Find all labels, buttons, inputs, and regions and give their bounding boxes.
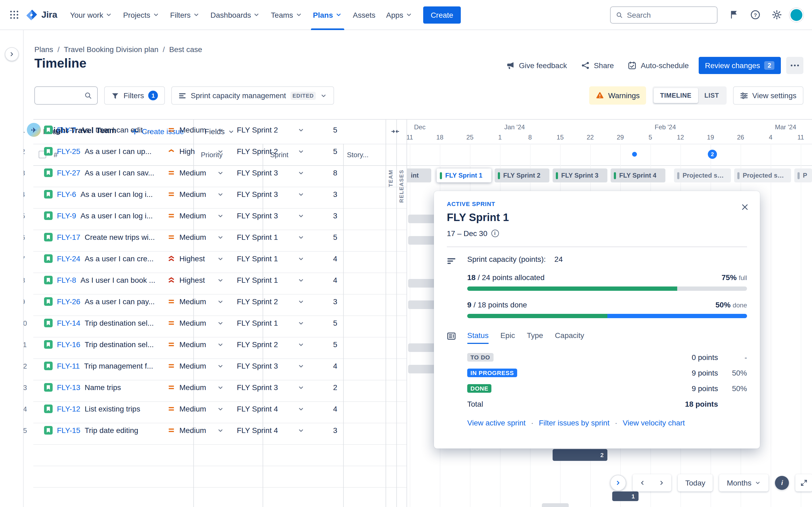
issue-row[interactable]: 1FLY-7As I user I can edit ...MediumFLY …: [0, 119, 352, 140]
sprint-select[interactable]: FLY Sprint 3: [229, 383, 310, 392]
issue-key-link[interactable]: FLY-26: [57, 297, 80, 306]
sprint-bar[interactable]: Projected spr...: [674, 168, 731, 182]
timeline-issue-bar[interactable]: 2: [553, 449, 607, 461]
create-button[interactable]: Create: [423, 6, 461, 23]
sprint-select[interactable]: FLY Sprint 3: [229, 361, 310, 370]
nav-item-projects[interactable]: Projects: [118, 0, 165, 30]
nav-item-teams[interactable]: Teams: [265, 0, 307, 30]
issue-key-link[interactable]: FLY-11: [57, 361, 80, 370]
issue-row[interactable]: 11FLY-16Trip destination sel...MediumFLY…: [0, 334, 352, 355]
zoom-select[interactable]: Months: [719, 474, 769, 492]
issue-row[interactable]: 7FLY-24As a user I can cre...HighestFLY …: [0, 248, 352, 269]
plan-search-input[interactable]: [40, 91, 83, 100]
story-points-value[interactable]: 3: [310, 426, 352, 435]
issue-row[interactable]: 2FLY-25As a user I can up...HighFLY Spri…: [0, 140, 352, 162]
sprint-bar[interactable]: FLY Sprint 3: [553, 168, 607, 182]
close-icon[interactable]: [738, 200, 752, 215]
priority-select[interactable]: Medium: [160, 319, 229, 327]
priority-select[interactable]: Medium: [160, 297, 229, 306]
info-icon[interactable]: i: [491, 230, 499, 237]
sprint-select[interactable]: FLY Sprint 1: [229, 233, 310, 241]
nav-item-apps[interactable]: Apps: [381, 0, 418, 30]
timeline-issue-bar[interactable]: [542, 503, 569, 507]
nav-item-dashboards[interactable]: Dashboards: [205, 0, 265, 30]
flag-icon[interactable]: [725, 6, 742, 23]
sprint-select[interactable]: FLY Sprint 3: [229, 168, 310, 177]
sprint-select[interactable]: FLY Sprint 4: [229, 426, 310, 435]
timeline-issue-bar[interactable]: 1: [612, 492, 639, 501]
breadcrumb-link[interactable]: Plans: [34, 45, 53, 54]
app-switcher-icon[interactable]: [5, 6, 22, 23]
priority-select[interactable]: Medium: [160, 361, 229, 370]
issue-row[interactable]: 15FLY-15Trip date editingMediumFLY Sprin…: [0, 419, 352, 441]
issue-key-link[interactable]: FLY-17: [57, 233, 80, 241]
priority-select[interactable]: Medium: [160, 426, 229, 435]
jira-logo[interactable]: Jira: [22, 9, 65, 21]
story-points-value[interactable]: 2: [310, 383, 352, 392]
story-points-value[interactable]: 8: [310, 168, 352, 177]
more-options-button[interactable]: [786, 57, 803, 74]
sprint-select[interactable]: FLY Sprint 3: [229, 190, 310, 199]
issue-key-link[interactable]: FLY-8: [57, 276, 76, 284]
nav-item-plans[interactable]: Plans: [307, 0, 348, 30]
story-points-value[interactable]: 4: [310, 276, 352, 284]
issue-key-link[interactable]: FLY-12: [57, 404, 80, 413]
story-points-value[interactable]: 3: [310, 211, 352, 220]
priority-select[interactable]: Highest: [160, 276, 229, 284]
story-points-value[interactable]: 4: [310, 404, 352, 413]
issue-row[interactable]: 10FLY-14Trip destination sel...MediumFLY…: [0, 312, 352, 334]
priority-select[interactable]: Medium: [160, 211, 229, 220]
tab-type[interactable]: Type: [527, 331, 543, 344]
settings-gear-icon[interactable]: [768, 6, 785, 23]
tab-epic[interactable]: Epic: [500, 331, 515, 344]
sprint-select[interactable]: FLY Sprint 2: [229, 297, 310, 306]
info-button[interactable]: i: [775, 476, 789, 490]
popup-link[interactable]: View velocity chart: [623, 418, 685, 427]
sprint-select[interactable]: FLY Sprint 1: [229, 276, 310, 284]
issue-key-link[interactable]: FLY-24: [57, 254, 80, 263]
priority-select[interactable]: High: [160, 147, 229, 156]
plan-search[interactable]: [34, 87, 98, 105]
breadcrumb-link[interactable]: Best case: [169, 45, 202, 54]
priority-select[interactable]: Medium: [160, 404, 229, 413]
global-search[interactable]: [610, 6, 717, 23]
priority-select[interactable]: Highest: [160, 254, 229, 263]
nav-item-your-work[interactable]: Your work: [65, 0, 118, 30]
priority-select[interactable]: Medium: [160, 190, 229, 199]
sprint-select[interactable]: FLY Sprint 1: [229, 254, 310, 263]
expand-panel-button[interactable]: [610, 475, 626, 491]
give-feedback-button[interactable]: Give feedback: [502, 57, 571, 74]
issue-key-link[interactable]: FLY-7: [57, 125, 76, 134]
nav-item-filters[interactable]: Filters: [165, 0, 205, 30]
issue-row[interactable]: 5FLY-9As a user I can log i...MediumFLY …: [0, 205, 352, 226]
issue-row[interactable]: 12FLY-11Trip management f...MediumFLY Sp…: [0, 355, 352, 377]
search-input[interactable]: [627, 10, 712, 19]
story-points-value[interactable]: 4: [310, 361, 352, 370]
today-button[interactable]: Today: [678, 474, 713, 492]
sidebar-expand-button[interactable]: [5, 47, 18, 61]
issue-key-link[interactable]: FLY-15: [57, 426, 80, 435]
popup-link[interactable]: View active sprint: [467, 418, 525, 427]
issue-key-link[interactable]: FLY-13: [57, 383, 80, 392]
sprint-bar[interactable]: FLY Sprint 4: [611, 168, 665, 182]
issue-row[interactable]: 14FLY-12List existing tripsMediumFLY Spr…: [0, 398, 352, 419]
issue-key-link[interactable]: FLY-25: [57, 147, 80, 156]
story-points-value[interactable]: 5: [310, 319, 352, 327]
issue-key-link[interactable]: FLY-14: [57, 319, 80, 327]
share-button[interactable]: Share: [576, 57, 618, 74]
sprint-bar[interactable]: Projected spr...: [734, 168, 791, 182]
issue-row[interactable]: 4FLY-6As a user I can log i...MediumFLY …: [0, 183, 352, 205]
sprint-select[interactable]: FLY Sprint 2: [229, 340, 310, 349]
story-points-value[interactable]: 4: [310, 254, 352, 263]
priority-select[interactable]: Medium: [160, 383, 229, 392]
breadcrumb-link[interactable]: Travel Booking Division plan: [64, 45, 158, 54]
sprint-select[interactable]: FLY Sprint 3: [229, 211, 310, 220]
release-milestone[interactable]: [632, 152, 637, 157]
story-points-value[interactable]: 5: [310, 233, 352, 241]
popup-link[interactable]: Filter issues by sprint: [539, 418, 610, 427]
sprint-select[interactable]: FLY Sprint 2: [229, 125, 310, 134]
priority-select[interactable]: Medium: [160, 125, 229, 134]
issue-row[interactable]: 3FLY-27As a user I can sav...MediumFLY S…: [0, 162, 352, 183]
sprint-select[interactable]: FLY Sprint 4: [229, 404, 310, 413]
nav-item-assets[interactable]: Assets: [348, 0, 381, 30]
